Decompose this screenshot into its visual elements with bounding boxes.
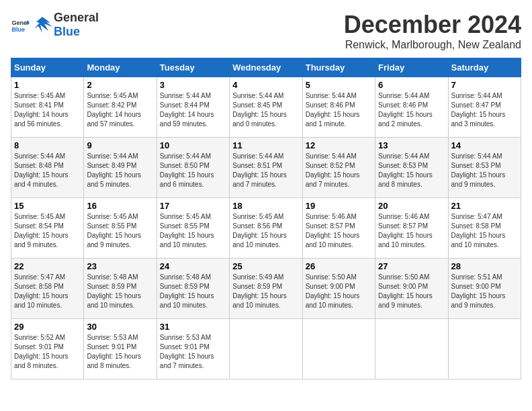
day-number: 21 xyxy=(451,201,518,211)
calendar-cell: 18Sunrise: 5:45 AMSunset: 8:56 PMDayligh… xyxy=(230,198,302,259)
calendar-cell: 16Sunrise: 5:45 AMSunset: 8:55 PMDayligh… xyxy=(84,198,157,259)
calendar-cell: 5Sunrise: 5:44 AMSunset: 8:46 PMDaylight… xyxy=(302,77,375,138)
cell-info: Sunrise: 5:49 AMSunset: 8:59 PMDaylight:… xyxy=(232,273,299,310)
cell-info: Sunrise: 5:44 AMSunset: 8:48 PMDaylight:… xyxy=(14,152,81,189)
cell-info: Sunrise: 5:45 AMSunset: 8:54 PMDaylight:… xyxy=(14,212,81,250)
cell-info: Sunrise: 5:46 AMSunset: 8:57 PMDaylight:… xyxy=(378,212,445,250)
cell-info: Sunrise: 5:44 AMSunset: 8:53 PMDaylight:… xyxy=(378,152,445,189)
calendar-cell: 1Sunrise: 5:45 AMSunset: 8:41 PMDaylight… xyxy=(11,77,84,138)
cell-info: Sunrise: 5:47 AMSunset: 8:58 PMDaylight:… xyxy=(14,273,81,310)
svg-marker-3 xyxy=(34,17,52,33)
day-number: 25 xyxy=(232,261,299,271)
calendar-cell: 26Sunrise: 5:50 AMSunset: 9:00 PMDayligh… xyxy=(302,259,375,319)
day-number: 7 xyxy=(451,80,518,90)
week-row-1: 1Sunrise: 5:45 AMSunset: 8:41 PMDaylight… xyxy=(11,77,521,138)
cell-info: Sunrise: 5:50 AMSunset: 9:00 PMDaylight:… xyxy=(306,273,372,310)
calendar-cell: 27Sunrise: 5:50 AMSunset: 9:00 PMDayligh… xyxy=(375,259,448,319)
day-number: 17 xyxy=(160,201,226,211)
day-number: 22 xyxy=(14,261,81,271)
cell-info: Sunrise: 5:44 AMSunset: 8:52 PMDaylight:… xyxy=(306,152,372,189)
cell-info: Sunrise: 5:53 AMSunset: 9:01 PMDaylight:… xyxy=(87,333,153,371)
calendar-cell: 9Sunrise: 5:44 AMSunset: 8:49 PMDaylight… xyxy=(84,138,157,198)
day-number: 16 xyxy=(87,201,153,211)
day-number: 28 xyxy=(451,261,518,271)
calendar-cell: 15Sunrise: 5:45 AMSunset: 8:54 PMDayligh… xyxy=(11,198,84,259)
cell-info: Sunrise: 5:45 AMSunset: 8:56 PMDaylight:… xyxy=(232,212,299,250)
day-header-thursday: Thursday xyxy=(302,58,375,77)
week-row-4: 22Sunrise: 5:47 AMSunset: 8:58 PMDayligh… xyxy=(11,259,521,319)
cell-info: Sunrise: 5:44 AMSunset: 8:45 PMDaylight:… xyxy=(232,91,299,129)
day-number: 6 xyxy=(378,80,445,90)
header: General Blue General Blue December 2024 … xyxy=(11,11,521,51)
day-number: 24 xyxy=(160,261,226,271)
cell-info: Sunrise: 5:46 AMSunset: 8:57 PMDaylight:… xyxy=(306,212,372,250)
cell-info: Sunrise: 5:44 AMSunset: 8:44 PMDaylight:… xyxy=(160,91,226,129)
day-number: 19 xyxy=(306,201,372,211)
day-number: 1 xyxy=(14,80,81,90)
cell-info: Sunrise: 5:45 AMSunset: 8:42 PMDaylight:… xyxy=(87,91,153,129)
day-number: 23 xyxy=(87,261,153,271)
cell-info: Sunrise: 5:48 AMSunset: 8:59 PMDaylight:… xyxy=(160,273,226,310)
calendar-cell: 8Sunrise: 5:44 AMSunset: 8:48 PMDaylight… xyxy=(11,138,84,198)
cell-info: Sunrise: 5:44 AMSunset: 8:49 PMDaylight:… xyxy=(87,152,153,189)
calendar-cell: 23Sunrise: 5:48 AMSunset: 8:59 PMDayligh… xyxy=(84,259,157,319)
day-number: 9 xyxy=(87,140,153,150)
cell-info: Sunrise: 5:44 AMSunset: 8:50 PMDaylight:… xyxy=(160,152,226,189)
calendar-cell: 10Sunrise: 5:44 AMSunset: 8:50 PMDayligh… xyxy=(157,138,229,198)
calendar-cell: 22Sunrise: 5:47 AMSunset: 8:58 PMDayligh… xyxy=(11,259,84,319)
day-header-wednesday: Wednesday xyxy=(230,58,302,77)
logo-bird-icon xyxy=(32,15,52,35)
day-number: 18 xyxy=(232,201,299,211)
svg-text:Blue: Blue xyxy=(11,26,25,33)
calendar-cell: 30Sunrise: 5:53 AMSunset: 9:01 PMDayligh… xyxy=(84,319,157,379)
calendar-cell xyxy=(302,319,375,379)
location-title: Renwick, Marlborough, New Zealand xyxy=(344,39,521,51)
cell-info: Sunrise: 5:50 AMSunset: 9:00 PMDaylight:… xyxy=(378,273,445,310)
calendar-cell xyxy=(448,319,521,379)
cell-info: Sunrise: 5:47 AMSunset: 8:58 PMDaylight:… xyxy=(451,212,518,250)
cell-info: Sunrise: 5:53 AMSunset: 9:01 PMDaylight:… xyxy=(160,333,226,371)
calendar-cell: 28Sunrise: 5:51 AMSunset: 9:00 PMDayligh… xyxy=(448,259,521,319)
calendar-cell: 31Sunrise: 5:53 AMSunset: 9:01 PMDayligh… xyxy=(157,319,229,379)
calendar-cell: 21Sunrise: 5:47 AMSunset: 8:58 PMDayligh… xyxy=(448,198,521,259)
day-number: 12 xyxy=(306,140,372,150)
logo: General Blue General Blue xyxy=(11,11,99,39)
day-number: 13 xyxy=(378,140,445,150)
day-number: 15 xyxy=(14,201,81,211)
calendar-cell: 17Sunrise: 5:45 AMSunset: 8:55 PMDayligh… xyxy=(157,198,229,259)
cell-info: Sunrise: 5:45 AMSunset: 8:41 PMDaylight:… xyxy=(14,91,81,129)
calendar-cell: 14Sunrise: 5:44 AMSunset: 8:53 PMDayligh… xyxy=(448,138,521,198)
cell-info: Sunrise: 5:44 AMSunset: 8:47 PMDaylight:… xyxy=(451,91,518,129)
day-header-monday: Monday xyxy=(84,58,157,77)
calendar-cell: 25Sunrise: 5:49 AMSunset: 8:59 PMDayligh… xyxy=(230,259,302,319)
calendar-body: 1Sunrise: 5:45 AMSunset: 8:41 PMDaylight… xyxy=(11,77,521,379)
day-number: 31 xyxy=(160,322,226,332)
calendar-cell: 7Sunrise: 5:44 AMSunset: 8:47 PMDaylight… xyxy=(448,77,521,138)
calendar-cell: 24Sunrise: 5:48 AMSunset: 8:59 PMDayligh… xyxy=(157,259,229,319)
day-number: 27 xyxy=(378,261,445,271)
day-header-friday: Friday xyxy=(375,58,448,77)
day-number: 20 xyxy=(378,201,445,211)
day-number: 29 xyxy=(14,322,81,332)
cell-info: Sunrise: 5:44 AMSunset: 8:53 PMDaylight:… xyxy=(451,152,518,189)
day-number: 3 xyxy=(160,80,226,90)
logo-icon: General Blue xyxy=(11,15,30,34)
calendar-cell: 13Sunrise: 5:44 AMSunset: 8:53 PMDayligh… xyxy=(375,138,448,198)
cell-info: Sunrise: 5:45 AMSunset: 8:55 PMDaylight:… xyxy=(160,212,226,250)
day-number: 30 xyxy=(87,322,153,332)
day-number: 5 xyxy=(306,80,372,90)
calendar-cell xyxy=(375,319,448,379)
logo-general-text: General xyxy=(54,11,99,24)
day-number: 26 xyxy=(306,261,372,271)
logo-blue-text: Blue xyxy=(54,25,80,38)
calendar-cell: 29Sunrise: 5:52 AMSunset: 9:01 PMDayligh… xyxy=(11,319,84,379)
cell-info: Sunrise: 5:44 AMSunset: 8:46 PMDaylight:… xyxy=(306,91,372,129)
day-header-sunday: Sunday xyxy=(11,58,84,77)
calendar-cell: 20Sunrise: 5:46 AMSunset: 8:57 PMDayligh… xyxy=(375,198,448,259)
title-section: December 2024 Renwick, Marlborough, New … xyxy=(344,11,521,51)
day-header-tuesday: Tuesday xyxy=(157,58,229,77)
calendar-cell: 19Sunrise: 5:46 AMSunset: 8:57 PMDayligh… xyxy=(302,198,375,259)
day-number: 4 xyxy=(232,80,299,90)
week-row-5: 29Sunrise: 5:52 AMSunset: 9:01 PMDayligh… xyxy=(11,319,521,379)
day-number: 11 xyxy=(232,140,299,150)
